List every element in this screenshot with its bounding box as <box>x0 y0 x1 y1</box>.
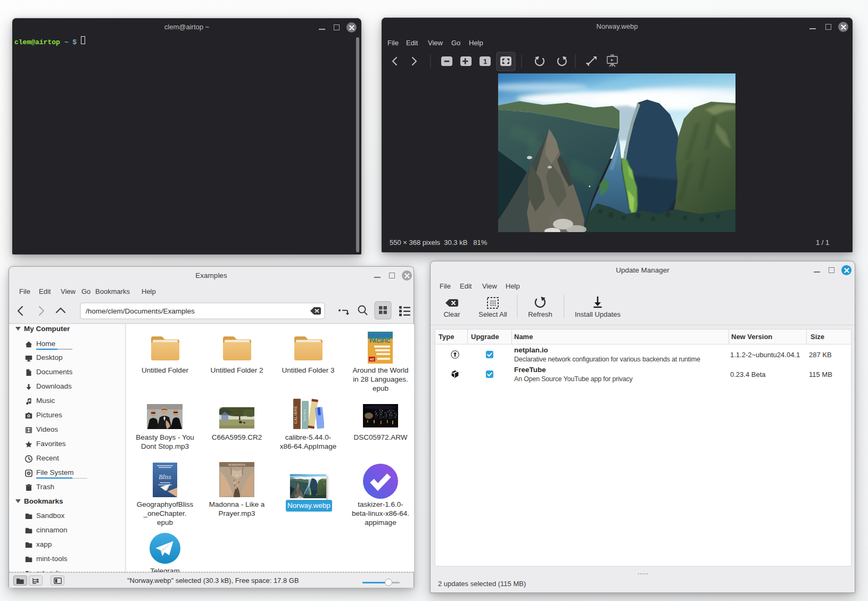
svg-text:MADONNA: MADONNA <box>228 463 246 466</box>
svg-text:PACIFIC: PACIFIC <box>369 338 390 344</box>
svg-text:Select All: Select All <box>478 310 507 318</box>
svg-text:1: 1 <box>483 57 487 65</box>
svg-text:/home/clem/Documents/Examples: /home/clem/Documents/Examples <box>86 307 195 315</box>
svg-text:INFOGRID: INFOGRID <box>368 333 392 338</box>
svg-text:Clear: Clear <box>443 310 460 318</box>
svg-text:Refresh: Refresh <box>528 310 552 318</box>
svg-text:Word Wynd: Word Wynd <box>303 409 306 421</box>
svg-text:CALIBRE: CALIBRE <box>294 406 297 424</box>
svg-text:Bliss: Bliss <box>159 473 171 481</box>
svg-text:Install Updates: Install Updates <box>575 310 621 318</box>
svg-text:AZ: AZ <box>370 358 374 361</box>
